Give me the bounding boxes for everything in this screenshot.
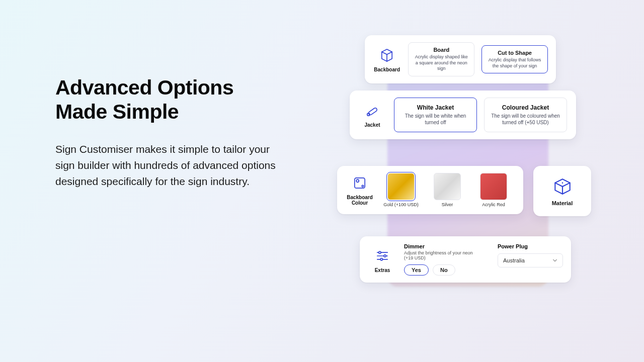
svg-point-3 [356,179,359,182]
svg-point-1 [367,113,370,116]
dimmer-no-button[interactable]: No [433,264,455,276]
headline-line-2: Made Simple [55,100,179,123]
backboard-colour-card: BackboardColour Gold (+100 USD) Silver A… [337,166,523,214]
jacket-card: Jacket White Jacket The sign will be whi… [350,90,576,139]
swatch-red[interactable]: Acrylic Red [474,173,513,207]
swatch-caption: Silver [442,202,453,207]
power-plug-title: Power Plug [498,243,563,249]
option-title: Coloured Jacket [490,104,561,111]
option-title: White Jacket [399,104,471,111]
backboard-icon [378,47,395,64]
backboard-iconcol: Backboard [373,47,401,72]
material-iconcol: Material [552,176,573,206]
sliders-icon [374,247,391,264]
headline-line-1: Advanced Options [55,76,233,99]
chevron-down-icon [552,258,557,263]
colour-label: BackboardColour [347,195,373,206]
option-desc: The sign will be white when turned off [399,113,471,126]
swatch-caption: Gold (+100 USD) [383,202,418,207]
dimmer-title: Dimmer [404,243,491,249]
option-desc: Acrylic display shaped like a square aro… [414,54,469,72]
dimmer-yes-button[interactable]: Yes [404,264,429,276]
backboard-option-board[interactable]: Board Acrylic display shaped like a squa… [408,42,474,76]
swatch-gold[interactable]: Gold (+100 USD) [381,173,421,207]
swatch-box [480,173,507,200]
cube-icon [552,176,573,197]
power-plug-select[interactable]: Australia [498,253,563,267]
extras-label: Extras [375,267,390,273]
colour-iconcol: BackboardColour [345,174,374,206]
jacket-option-coloured[interactable]: Coloured Jacket The sign will be coloure… [484,98,567,132]
material-card[interactable]: Material [533,166,591,216]
dimmer-desc: Adjust the brightness of your neon (+19 … [404,250,479,260]
power-plug-group: Power Plug Australia [498,243,563,267]
swatch-box [434,173,461,200]
dimmer-group: Dimmer Adjust the brightness of your neo… [404,243,491,276]
svg-point-11 [380,258,382,260]
jacket-iconcol: Jacket [358,102,387,128]
backboard-label: Backboard [374,67,400,72]
power-plug-value: Australia [503,257,525,263]
colour-icon [351,174,368,192]
swatch-box [387,173,415,200]
jacket-icon [364,102,381,119]
backboard-option-cut-to-shape[interactable]: Cut to Shape Acrylic display that follow… [481,45,548,73]
material-label: Material [552,200,573,206]
svg-point-7 [379,251,381,253]
option-desc: The sign will be coloured when turned of… [490,113,561,126]
jacket-label: Jacket [364,122,380,128]
extras-card: Extras Dimmer Adjust the brightness of y… [360,236,571,283]
option-title: Cut to Shape [487,50,542,56]
backboard-card: Backboard Board Acrylic display shaped l… [365,35,556,83]
marketing-copy: Advanced Options Made Simple Sign Custom… [55,75,292,189]
subcopy: Sign Customiser makes it simple to tailo… [55,141,292,190]
swatch-caption: Acrylic Red [482,202,505,207]
svg-point-5 [561,182,563,184]
headline: Advanced Options Made Simple [55,75,292,124]
svg-point-9 [384,255,386,257]
jacket-option-white[interactable]: White Jacket The sign will be white when… [394,98,477,132]
option-title: Board [414,47,469,53]
svg-point-4 [362,185,363,187]
option-desc: Acrylic display that follows the shape o… [487,57,542,69]
swatch-silver[interactable]: Silver [428,173,467,207]
extras-iconcol: Extras [368,247,397,273]
